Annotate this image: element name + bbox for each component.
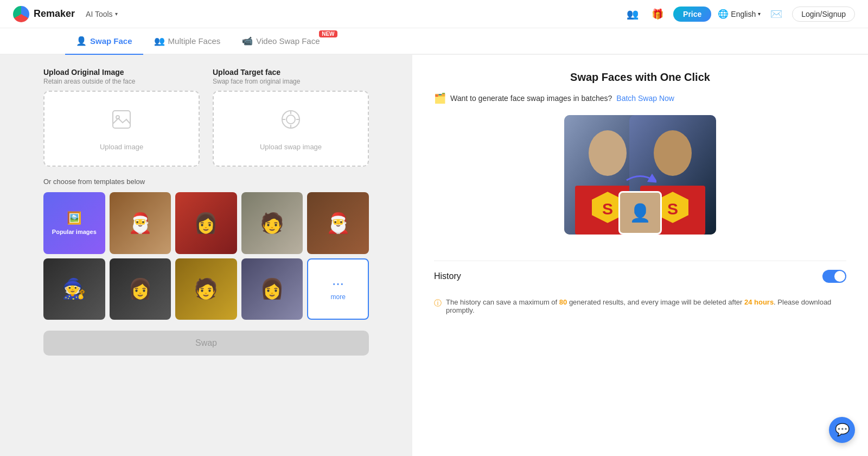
upload-original-text: Upload image	[100, 143, 143, 151]
upload-original-box[interactable]: Upload image	[43, 91, 200, 167]
swap-button[interactable]: Swap	[43, 331, 369, 356]
video-icon: 📹	[242, 36, 253, 46]
logo-icon	[13, 6, 29, 22]
chevron-down-icon: ▾	[115, 11, 118, 17]
template-item-4[interactable]: 🎅	[307, 192, 369, 254]
template-item-7[interactable]: 🧑	[175, 258, 237, 320]
swap-face-icon: 👤	[76, 36, 87, 46]
tab-swap-face-label: Swap Face	[90, 36, 132, 46]
svg-point-14	[654, 130, 692, 176]
ai-tools-menu[interactable]: AI Tools ▾	[81, 8, 122, 21]
template-face-5: 🧙	[43, 258, 105, 320]
template-face-2: 👩	[175, 192, 237, 254]
batch-row: 🗂️ Want to generate face swap images in …	[434, 92, 846, 104]
left-panel: Upload Original Image Retain areas outsi…	[0, 55, 412, 456]
ai-tools-label: AI Tools	[86, 10, 113, 18]
logo[interactable]: Remaker	[13, 6, 75, 22]
info-icon: ⓘ	[434, 299, 442, 308]
template-face-3: 🧑	[241, 192, 303, 254]
upload-target-box[interactable]: Upload swap image	[213, 91, 369, 167]
tab-swap-face[interactable]: 👤 Swap Face	[65, 28, 143, 55]
history-hours: 24 hours	[744, 298, 774, 306]
history-prefix: The history can save a maximum of	[446, 298, 559, 306]
popular-icon: 🖼️	[67, 211, 81, 225]
history-info-text: The history can save a maximum of 80 gen…	[446, 298, 846, 314]
template-item-1[interactable]: 🎅	[110, 192, 171, 254]
globe-icon: 🌐	[718, 9, 729, 19]
svg-point-9	[589, 130, 627, 176]
upload-target-text: Upload swap image	[260, 143, 322, 151]
upload-target-icon	[278, 106, 304, 137]
toggle-knob	[834, 271, 845, 282]
face-overlay: 👤	[618, 191, 662, 235]
navbar-right: 👥 🎁 Price 🌐 English ▾ ✉️ Login/Signup	[623, 5, 855, 23]
upload-original-icon	[108, 106, 135, 137]
language-label: English	[731, 10, 756, 18]
batch-swap-link[interactable]: Batch Swap Now	[616, 94, 674, 103]
history-max: 80	[559, 298, 567, 306]
language-selector[interactable]: 🌐 English ▾	[718, 9, 761, 19]
template-face-8: 👩	[241, 258, 303, 320]
template-item-8[interactable]: 👩	[241, 258, 303, 320]
template-face-1: 🎅	[110, 192, 171, 254]
history-label: History	[434, 271, 461, 281]
history-toggle[interactable]	[822, 270, 846, 283]
mail-icon-btn[interactable]: ✉️	[767, 5, 786, 23]
price-button[interactable]: Price	[673, 7, 711, 22]
template-face-7: 🧑	[175, 258, 237, 320]
upload-row: Upload Original Image Retain areas outsi…	[43, 68, 369, 167]
history-mid: generated results, and every image will …	[567, 298, 744, 306]
batch-text: Want to generate face swap images in bat…	[450, 94, 612, 103]
upload-original-sublabel: Retain areas outside of the face	[43, 78, 200, 85]
upload-original-wrap: Upload Original Image Retain areas outsi…	[43, 68, 200, 167]
template-face-6: 👩	[110, 258, 171, 320]
tab-video-label: Video Swap Face	[256, 36, 320, 46]
multiple-faces-icon: 👥	[154, 36, 165, 46]
right-panel-title: Swap Faces with One Click	[434, 71, 846, 84]
template-item-6[interactable]: 👩	[110, 258, 171, 320]
tab-multiple-faces-label: Multiple Faces	[168, 36, 221, 46]
template-item-3[interactable]: 🧑	[241, 192, 303, 254]
upload-target-label: Upload Target face	[213, 68, 369, 77]
navbar-left: Remaker AI Tools ▾	[13, 6, 122, 22]
svg-rect-0	[113, 111, 130, 128]
more-label: more	[331, 293, 346, 301]
stack-icon: 🗂️	[434, 92, 446, 104]
main-content: Upload Original Image Retain areas outsi…	[0, 55, 868, 456]
chat-bubble[interactable]: 💬	[829, 417, 855, 443]
login-button[interactable]: Login/Signup	[792, 7, 855, 22]
history-row: History	[434, 261, 846, 292]
history-info: ⓘ The history can save a maximum of 80 g…	[434, 298, 846, 314]
tab-multiple-faces[interactable]: 👥 Multiple Faces	[143, 28, 232, 55]
navbar: Remaker AI Tools ▾ 👥 🎁 Price 🌐 English ▾…	[0, 0, 868, 28]
template-popular[interactable]: 🖼️ Popular images	[43, 192, 105, 254]
logo-text: Remaker	[34, 8, 75, 20]
svg-point-3	[286, 115, 295, 124]
templates-grid: 🖼️ Popular images 🎅 👩 🧑 🎅 🧙	[43, 192, 369, 320]
popular-label: Popular images	[52, 229, 97, 235]
gift-icon-btn[interactable]: 🎁	[648, 5, 667, 23]
more-templates-button[interactable]: ⋯ more	[307, 258, 369, 320]
users-icon-btn[interactable]: 👥	[623, 5, 642, 23]
template-face-4: 🎅	[307, 192, 369, 254]
templates-label: Or choose from templates below	[43, 178, 369, 186]
template-item-5[interactable]: 🧙	[43, 258, 105, 320]
svg-text:S: S	[602, 200, 613, 218]
upload-target-wrap: Upload Target face Swap face from origin…	[213, 68, 369, 167]
tabs-bar: 👤 Swap Face 👥 Multiple Faces 📹 Video Swa…	[0, 28, 868, 55]
upload-target-sublabel: Swap face from original image	[213, 78, 369, 85]
preview-container: S 👤	[434, 115, 846, 245]
new-badge: NEW	[319, 30, 337, 37]
right-panel: Swap Faces with One Click 🗂️ Want to gen…	[412, 55, 868, 456]
more-dots-icon: ⋯	[332, 277, 344, 291]
tab-video-swap[interactable]: 📹 Video Swap Face NEW	[231, 28, 336, 55]
template-item-2[interactable]: 👩	[175, 192, 237, 254]
lang-chevron-icon: ▾	[758, 11, 761, 17]
upload-original-label: Upload Original Image	[43, 68, 200, 77]
svg-text:S: S	[667, 200, 678, 218]
